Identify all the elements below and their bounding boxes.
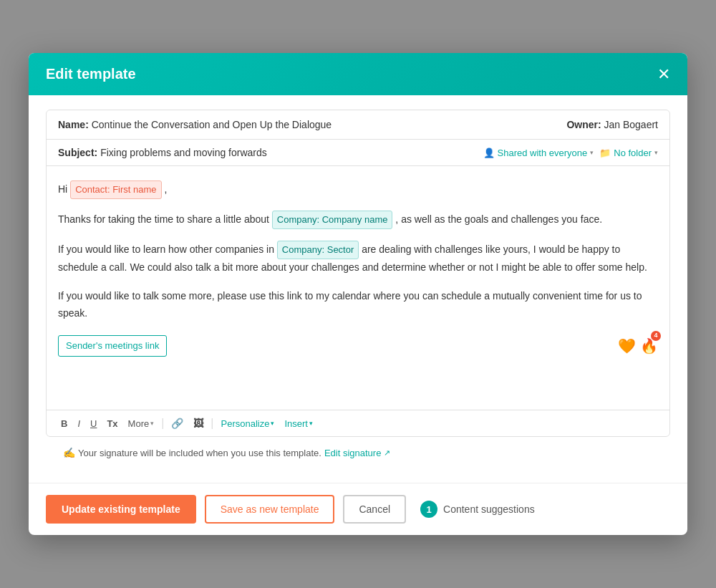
- meetings-link-tag[interactable]: Sender's meetings link: [58, 335, 167, 357]
- template-name-value: Continue the Conversation and Open Up th…: [92, 119, 332, 130]
- fire-emoji-badge: 🔥 4: [640, 334, 658, 358]
- italic-button[interactable]: I: [74, 417, 83, 430]
- greeting-paragraph: Hi Contact: First name ,: [58, 180, 658, 199]
- suggestions-label: Content suggestions: [443, 503, 535, 515]
- modal-close-button[interactable]: ✕: [657, 67, 670, 82]
- more-dropdown[interactable]: More ▾: [125, 417, 158, 430]
- no-folder-button[interactable]: 📁 No folder ▾: [599, 148, 658, 158]
- signature-icon: ✍: [63, 447, 75, 458]
- template-content-area[interactable]: Hi Contact: First name , Thanks for taki…: [47, 166, 669, 410]
- template-owner-value: Jan Bogaert: [604, 119, 659, 130]
- more-chevron-icon: ▾: [150, 420, 154, 427]
- person-icon: 👤: [483, 148, 495, 158]
- template-name-section: Name: Continue the Conversation and Open…: [58, 119, 332, 130]
- owner-label: Owner:: [566, 119, 601, 130]
- content-suggestions-section: 1 Content suggestions: [420, 501, 535, 518]
- toolbar-separator-2: |: [211, 417, 213, 430]
- link-icon: 🔗: [171, 418, 183, 429]
- paragraph3: If you would like to talk some more, ple…: [58, 288, 658, 322]
- strikethrough-button[interactable]: Tx: [104, 417, 120, 430]
- shared-label: Shared with everyone: [498, 148, 588, 158]
- editor-toolbar: B I U Tx More ▾ | 🔗 🖼 |: [47, 410, 669, 436]
- paragraph1: Thanks for taking the time to share a li…: [58, 211, 658, 229]
- heart-emoji: 🧡: [618, 334, 636, 358]
- folder-chevron-icon: ▾: [654, 149, 658, 156]
- personalize-chevron-icon: ▾: [271, 420, 274, 427]
- subject-value: Fixing problems and moving forwards: [100, 147, 267, 158]
- cancel-button[interactable]: Cancel: [343, 495, 406, 524]
- modal-title: Edit template: [46, 66, 136, 82]
- company-sector-tag: Company: Sector: [277, 241, 359, 259]
- insert-chevron-icon: ▾: [309, 420, 313, 427]
- save-as-new-template-button[interactable]: Save as new template: [205, 495, 335, 524]
- modal-body: Name: Continue the Conversation and Open…: [29, 95, 687, 483]
- subject-section: Subject: Fixing problems and moving forw…: [58, 147, 267, 158]
- image-icon: 🖼: [193, 418, 203, 429]
- contact-first-name-tag: Contact: First name: [70, 180, 161, 199]
- underline-button[interactable]: U: [87, 417, 100, 430]
- suggestions-badge: 1: [420, 501, 437, 518]
- template-editor: Name: Continue the Conversation and Open…: [46, 110, 670, 437]
- paragraph2: If you would like to learn how other com…: [58, 241, 658, 276]
- modal-footer: Update existing template Save as new tem…: [29, 483, 687, 535]
- insert-dropdown[interactable]: Insert ▾: [281, 417, 316, 430]
- external-link-icon: ↗: [384, 448, 390, 458]
- modal-header: Edit template ✕: [29, 53, 687, 95]
- signature-text: Your signature will be included when you…: [78, 448, 321, 458]
- modal-overlay: Edit template ✕ Name: Continue the Conve…: [0, 0, 716, 588]
- template-name-row: Name: Continue the Conversation and Open…: [47, 110, 669, 140]
- update-existing-template-button[interactable]: Update existing template: [46, 495, 196, 524]
- subject-label: Subject:: [58, 147, 97, 158]
- folder-icon: 📁: [599, 148, 611, 158]
- company-name-tag: Company: Company name: [272, 211, 393, 229]
- shared-with-everyone-button[interactable]: 👤 Shared with everyone ▾: [483, 148, 594, 158]
- edit-signature-link[interactable]: Edit signature: [324, 448, 382, 458]
- folder-label: No folder: [614, 148, 652, 158]
- name-label: Name:: [58, 119, 89, 130]
- template-owner-section: Owner: Jan Bogaert: [566, 119, 658, 130]
- edit-template-modal: Edit template ✕ Name: Continue the Conve…: [29, 53, 687, 535]
- bold-button[interactable]: B: [58, 417, 70, 430]
- toolbar-separator-1: |: [161, 417, 164, 430]
- subject-right: 👤 Shared with everyone ▾ 📁 No folder ▾: [483, 148, 659, 158]
- emoji-row: 🧡 🔥 4: [618, 334, 658, 358]
- signature-row: ✍ Your signature will be included when y…: [46, 437, 670, 468]
- shared-chevron-icon: ▾: [590, 149, 594, 156]
- fire-badge-count: 4: [651, 331, 661, 341]
- link-button[interactable]: 🔗: [168, 416, 186, 430]
- image-button[interactable]: 🖼: [190, 416, 206, 430]
- template-subject-row: Subject: Fixing problems and moving forw…: [47, 140, 669, 166]
- personalize-dropdown[interactable]: Personalize ▾: [218, 417, 278, 430]
